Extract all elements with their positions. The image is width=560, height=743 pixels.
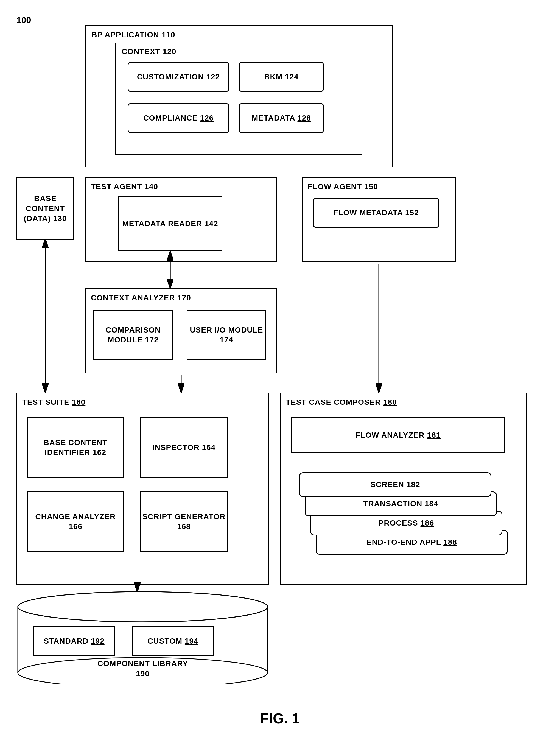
test-agent-label: TEST AGENT 140 (91, 182, 158, 192)
end-to-end-label: END-TO-END APPL 188 (367, 537, 457, 547)
comparison-module-label: COMPARISON MODULE 172 (94, 325, 172, 345)
change-analyzer-label: CHANGE ANALYZER 166 (28, 512, 123, 532)
base-content-id-label: BASE CONTENT IDENTIFIER 162 (28, 438, 123, 458)
test-case-composer-label: TEST CASE COMPOSER 180 (286, 397, 397, 407)
comparison-module-box: COMPARISON MODULE 172 (93, 310, 173, 360)
component-library-label: COMPONENT LIBRARY 190 (16, 659, 269, 679)
compliance-box: COMPLIANCE 126 (128, 103, 229, 133)
screen-box: SCREEN 182 (299, 472, 492, 497)
base-content-id-box: BASE CONTENT IDENTIFIER 162 (28, 418, 124, 478)
main-number: 100 (16, 15, 31, 25)
context-box: CONTEXT 120 (115, 43, 362, 155)
fig-label: FIG. 1 (0, 710, 560, 727)
customization-label: CUSTOMIZATION 122 (137, 72, 220, 82)
process-label: PROCESS 186 (379, 518, 434, 528)
context-label: CONTEXT 120 (122, 47, 176, 56)
flow-agent-label: FLOW AGENT 150 (308, 182, 378, 192)
standard-box: STANDARD 192 (33, 626, 115, 656)
transaction-label: TRANSACTION 184 (363, 499, 438, 509)
standard-label: STANDARD 192 (44, 636, 105, 646)
metadata-ctx-box: METADATA 128 (239, 103, 324, 133)
inspector-label: INSPECTOR 164 (152, 443, 216, 452)
metadata-reader-label: METADATA READER 142 (122, 219, 218, 229)
flow-analyzer-box: FLOW ANALYZER 181 (291, 418, 505, 453)
bkm-label: BKM 124 (264, 72, 298, 82)
metadata-reader-box: METADATA READER 142 (118, 196, 222, 251)
compliance-label: COMPLIANCE 126 (143, 113, 214, 123)
component-library-container: STANDARD 192 CUSTOM 194 COMPONENT LIBRAR… (16, 591, 269, 684)
flow-metadata-box: FLOW METADATA 152 (313, 198, 439, 228)
change-analyzer-box: CHANGE ANALYZER 166 (28, 491, 124, 552)
customization-box: CUSTOMIZATION 122 (128, 62, 229, 92)
svg-point-3 (18, 593, 268, 621)
screen-label: SCREEN 182 (370, 480, 420, 490)
diagram: 100 BP APPLICATION 110 CONTEXT 120 CUSTO… (0, 0, 560, 743)
flow-analyzer-label: FLOW ANALYZER 181 (356, 430, 441, 440)
custom-label: CUSTOM 194 (147, 636, 198, 646)
flow-metadata-label: FLOW METADATA 152 (333, 208, 419, 218)
script-generator-box: SCRIPT GENERATOR 168 (140, 491, 228, 552)
test-suite-label: TEST SUITE 160 (22, 397, 85, 407)
user-io-label: USER I/O MODULE 174 (187, 325, 266, 345)
bkm-box: BKM 124 (239, 62, 324, 92)
base-content-label: BASE CONTENT (DATA) 130 (17, 193, 73, 223)
custom-box: CUSTOM 194 (132, 626, 214, 656)
metadata-ctx-label: METADATA 128 (252, 113, 311, 123)
script-generator-label: SCRIPT GENERATOR 168 (141, 512, 227, 532)
user-io-box: USER I/O MODULE 174 (187, 310, 266, 360)
inspector-box: INSPECTOR 164 (140, 418, 228, 478)
bp-application-label: BP APPLICATION 110 (91, 30, 175, 40)
context-analyzer-label: CONTEXT ANALYZER 170 (91, 293, 191, 303)
base-content-box: BASE CONTENT (DATA) 130 (16, 177, 74, 240)
